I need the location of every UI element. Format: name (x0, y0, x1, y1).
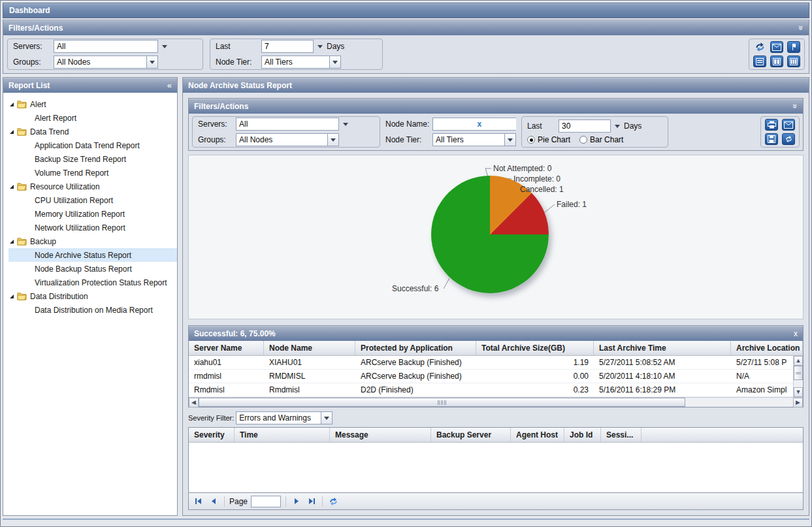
tree-item-data-distribution-on-media-report[interactable]: Data Distribution on Media Report (8, 303, 177, 317)
radio-selected-icon[interactable] (527, 136, 535, 144)
tree-item-backup-size-trend-report[interactable]: Backup Size Trend Report (8, 152, 177, 166)
servers-dropdown-icon[interactable] (343, 123, 348, 126)
print-icon[interactable] (765, 119, 778, 131)
scroll-thumb[interactable] (199, 398, 685, 407)
groups-dropdown-icon[interactable] (146, 56, 158, 69)
column-header-agent-host[interactable]: Agent Host (511, 428, 564, 442)
scroll-right-icon[interactable]: ▶ (793, 398, 803, 407)
last-days-dropdown-icon[interactable] (317, 45, 323, 48)
last-page-icon[interactable] (306, 496, 317, 507)
vertical-scrollbar[interactable]: ▲ ▼ (793, 356, 803, 397)
node-tier-dropdown-icon[interactable] (329, 56, 341, 69)
close-icon[interactable]: x (794, 329, 798, 338)
scroll-up-icon[interactable]: ▲ (794, 356, 803, 366)
column-header-job-id[interactable]: Job Id (564, 428, 601, 442)
tree-item-alert-report[interactable]: Alert Report (8, 111, 177, 125)
tree-group-data-distribution[interactable]: Data Distribution (8, 289, 177, 303)
groups-combo[interactable]: All Nodes (54, 56, 158, 69)
expand-arrow-icon[interactable] (10, 240, 14, 244)
column-header-protected-by-application[interactable]: Protected by Application (355, 341, 476, 355)
pie-chart-radio[interactable]: Pie Chart (527, 135, 570, 144)
servers-combo[interactable]: All (54, 40, 158, 53)
table-row[interactable]: xiahu01XIAHU01ARCserve Backup (Finished)… (189, 356, 803, 370)
refresh-icon[interactable] (753, 41, 766, 53)
scroll-left-icon[interactable]: ◀ (189, 398, 199, 407)
node-tier-combo[interactable]: All Tiers (261, 56, 341, 69)
time-tier-filter-box: Last Days Node Tier: All Tiers (210, 39, 383, 70)
tree-group-data-trend[interactable]: Data Trend (8, 125, 177, 138)
next-page-icon[interactable] (291, 496, 302, 507)
email-report-icon[interactable] (770, 41, 783, 53)
layout-three-column-icon[interactable] (787, 56, 800, 67)
flag-icon[interactable] (787, 41, 800, 53)
table-row[interactable]: RmdmislRmdmislD2D (Finished)0.235/16/201… (189, 383, 803, 397)
node-name-field[interactable]: x (432, 118, 516, 131)
tree-item-node-archive-status-report[interactable]: Node Archive Status Report (8, 248, 177, 262)
refresh-icon[interactable] (327, 496, 339, 507)
bar-chart-radio[interactable]: Bar Chart (579, 135, 623, 144)
tree-item-network-utilization-report[interactable]: Network Utilization Report (8, 221, 177, 234)
collapse-panel-icon[interactable]: » (791, 104, 800, 108)
table-row[interactable]: rmdmislRMDMISLARCserve Backup (Finished)… (189, 370, 803, 383)
archive-table-panel: Successful: 6, 75.00% x Server NameNode … (188, 325, 804, 407)
scroll-thumb[interactable] (794, 366, 803, 380)
column-header-archive-location[interactable]: Archive Location (731, 341, 803, 355)
folder-icon (17, 100, 27, 108)
column-header-message[interactable]: Message (330, 428, 431, 442)
node-tier-value: All Tiers (261, 56, 329, 69)
column-header-backup-server[interactable]: Backup Server (431, 428, 511, 442)
radio-unselected-icon[interactable] (579, 136, 587, 144)
column-header-severity[interactable]: Severity (189, 428, 235, 442)
last-days-input[interactable] (559, 120, 611, 133)
table-cell: 5/16/2011 6:18:29 PM (594, 383, 731, 396)
pie-label-incomplete: Incomplete: 0 (513, 174, 560, 184)
tree-item-application-data-trend-report[interactable]: Application Data Trend Report (8, 138, 177, 152)
tree-item-node-backup-status-report[interactable]: Node Backup Status Report (8, 262, 177, 276)
layout-one-column-icon[interactable] (753, 56, 766, 67)
collapse-panel-icon[interactable]: » (797, 25, 805, 30)
global-filters-body: Servers: All Groups: All Nodes Last (3, 35, 809, 73)
severity-filter-combo[interactable]: Errors and Warnings (236, 411, 333, 424)
last-days-input[interactable] (261, 40, 314, 53)
expand-arrow-icon[interactable] (10, 103, 14, 106)
previous-page-icon[interactable] (208, 496, 219, 507)
servers-dropdown-icon[interactable] (162, 45, 167, 48)
tree-group-backup[interactable]: Backup (8, 234, 177, 248)
report-panel: Node Archive Status Report Filters/Actio… (182, 77, 809, 516)
email-report-icon[interactable] (782, 119, 795, 131)
tree-group-alert[interactable]: Alert (8, 97, 177, 111)
page-number-input[interactable] (251, 496, 281, 507)
tree-item-memory-utilization-report[interactable]: Memory Utilization Report (8, 207, 177, 221)
collapse-sidebar-icon[interactable]: « (167, 80, 172, 90)
tree-item-virtualization-protection-status-report[interactable]: Virtualization Protection Status Report (8, 276, 177, 289)
servers-combo[interactable]: All (236, 118, 339, 131)
column-header-time[interactable]: Time (235, 428, 330, 442)
node-name-input[interactable] (432, 118, 475, 131)
column-header-sessi[interactable]: Sessi... (601, 428, 641, 442)
tree-item-volume-trend-report[interactable]: Volume Trend Report (8, 166, 177, 180)
expand-arrow-icon[interactable] (10, 130, 14, 134)
horizontal-scrollbar[interactable]: ◀ ▶ (189, 397, 803, 407)
column-header-server-name[interactable]: Server Name (189, 341, 264, 355)
tree-group-resource-utilization[interactable]: Resource Utilization (8, 180, 177, 193)
refresh-icon[interactable] (782, 133, 795, 145)
column-header-node-name[interactable]: Node Name (264, 341, 355, 355)
tree-group-label: Alert (30, 100, 46, 109)
groups-dropdown-icon[interactable] (327, 133, 339, 146)
expand-arrow-icon[interactable] (10, 295, 14, 298)
layout-two-column-icon[interactable] (770, 56, 783, 67)
tree-item-cpu-utilization-report[interactable]: CPU Utilization Report (8, 193, 177, 207)
node-tier-combo[interactable]: All Tiers (432, 133, 516, 146)
severity-dropdown-icon[interactable] (321, 411, 333, 424)
report-filters-title: Filters/Actions (194, 102, 248, 111)
clear-node-name-icon[interactable]: x (475, 118, 517, 131)
last-days-dropdown-icon[interactable] (615, 125, 620, 128)
groups-combo[interactable]: All Nodes (236, 133, 339, 146)
expand-arrow-icon[interactable] (10, 185, 14, 189)
column-header-last-archive-time[interactable]: Last Archive Time (594, 341, 731, 355)
scroll-down-icon[interactable]: ▼ (794, 387, 803, 397)
column-header-total-archive-size-gb[interactable]: Total Archive Size(GB) (476, 341, 594, 355)
save-icon[interactable] (765, 133, 778, 145)
first-page-icon[interactable] (193, 496, 204, 507)
node-tier-dropdown-icon[interactable] (504, 133, 516, 146)
